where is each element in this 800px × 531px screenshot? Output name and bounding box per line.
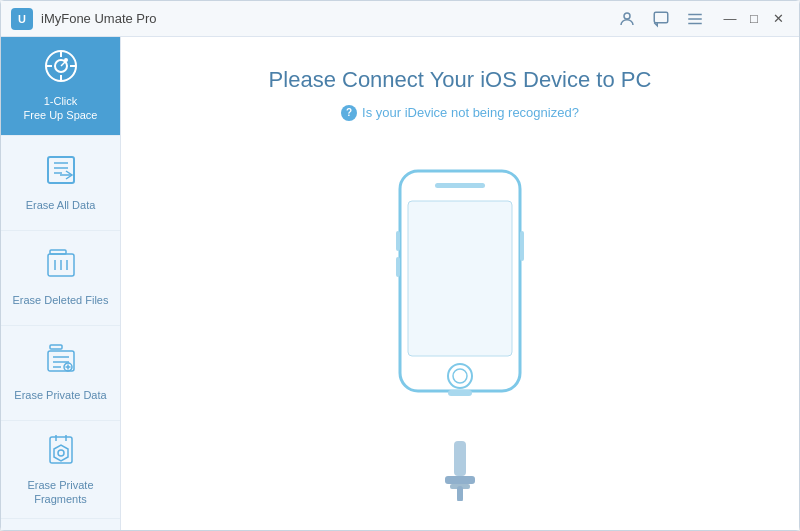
main-layout: 1-Click Free Up Space Erase All Data xyxy=(1,37,799,530)
iphone-svg xyxy=(380,161,540,441)
sidebar-item-erase-deleted-files[interactable]: Erase Deleted Files xyxy=(1,231,120,326)
app-window: U iMyFone Umate Pro xyxy=(0,0,800,531)
sidebar-item-erase-private-fragments[interactable]: Erase Private Fragments xyxy=(1,421,120,520)
title-bar: U iMyFone Umate Pro xyxy=(1,1,799,37)
help-icon: ? xyxy=(341,105,357,121)
svg-point-12 xyxy=(64,58,68,62)
sidebar-item-free-up-space[interactable]: 1-Click Free Up Space xyxy=(1,37,120,136)
svg-rect-40 xyxy=(448,390,472,396)
minimize-button[interactable]: — xyxy=(719,8,741,30)
app-title: iMyFone Umate Pro xyxy=(41,11,613,26)
close-button[interactable]: ✕ xyxy=(767,8,789,30)
connect-help[interactable]: ? Is your iDevice not being recognized? xyxy=(341,105,579,121)
svg-rect-42 xyxy=(445,476,475,484)
svg-rect-13 xyxy=(48,157,74,183)
svg-rect-34 xyxy=(408,201,512,356)
svg-rect-41 xyxy=(454,441,466,476)
sidebar-label-erase-private-fragments: Erase Private Fragments xyxy=(9,478,112,507)
sidebar-label-erase-private-data: Erase Private Data xyxy=(14,388,106,402)
connect-help-text: Is your iDevice not being recognized? xyxy=(362,105,579,120)
sidebar: 1-Click Free Up Space Erase All Data xyxy=(1,37,121,530)
svg-point-31 xyxy=(58,450,64,456)
svg-rect-22 xyxy=(48,351,74,371)
erase-private-fragments-icon xyxy=(46,433,76,472)
svg-rect-33 xyxy=(435,183,485,188)
title-bar-actions: — □ ✕ xyxy=(613,5,789,33)
app-logo: U xyxy=(11,8,33,30)
sidebar-label-free-up-space: 1-Click Free Up Space xyxy=(24,94,98,123)
content-area: Please Connect Your iOS Device to PC ? I… xyxy=(121,37,799,530)
user-icon[interactable] xyxy=(613,5,641,33)
svg-rect-39 xyxy=(396,257,400,277)
window-controls: — □ ✕ xyxy=(719,8,789,30)
maximize-button[interactable]: □ xyxy=(743,8,765,30)
erase-deleted-files-icon xyxy=(46,248,76,287)
sidebar-item-erase-all-data[interactable]: Erase All Data xyxy=(1,136,120,231)
svg-rect-1 xyxy=(654,12,668,23)
sidebar-label-erase-all-data: Erase All Data xyxy=(26,198,96,212)
free-up-space-icon xyxy=(44,49,78,88)
sidebar-item-erase-private-data[interactable]: Erase Private Data xyxy=(1,326,120,421)
svg-rect-23 xyxy=(50,345,62,349)
menu-icon[interactable] xyxy=(681,5,709,33)
chat-icon[interactable] xyxy=(647,5,675,33)
svg-rect-38 xyxy=(396,231,400,251)
connect-title: Please Connect Your iOS Device to PC xyxy=(269,67,652,93)
phone-illustration xyxy=(380,161,540,501)
erase-private-data-icon xyxy=(46,343,76,382)
erase-all-data-icon xyxy=(46,153,76,192)
sidebar-label-erase-deleted-files: Erase Deleted Files xyxy=(13,293,109,307)
usb-cable-svg xyxy=(430,441,490,501)
svg-rect-37 xyxy=(520,231,524,261)
svg-point-0 xyxy=(624,13,630,19)
